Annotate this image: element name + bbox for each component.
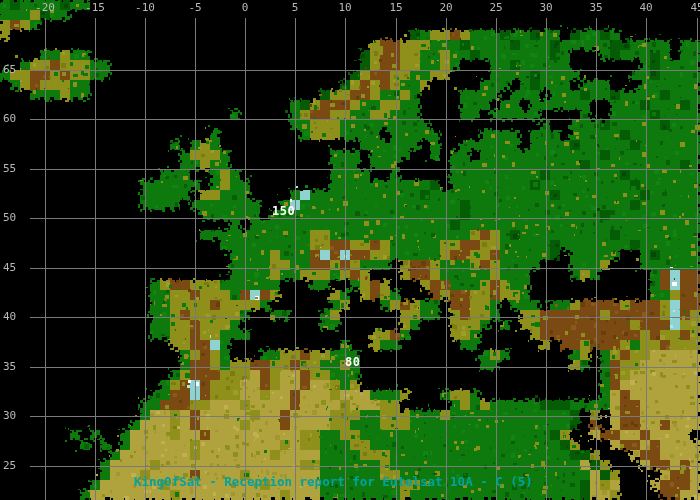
map-title: KingOfSat - Reception report for Eutelsa… xyxy=(134,474,533,489)
elevation-map-canvas xyxy=(0,0,700,500)
reception-map-page: -20-15-10-505101520253035404565605550454… xyxy=(0,0,700,500)
